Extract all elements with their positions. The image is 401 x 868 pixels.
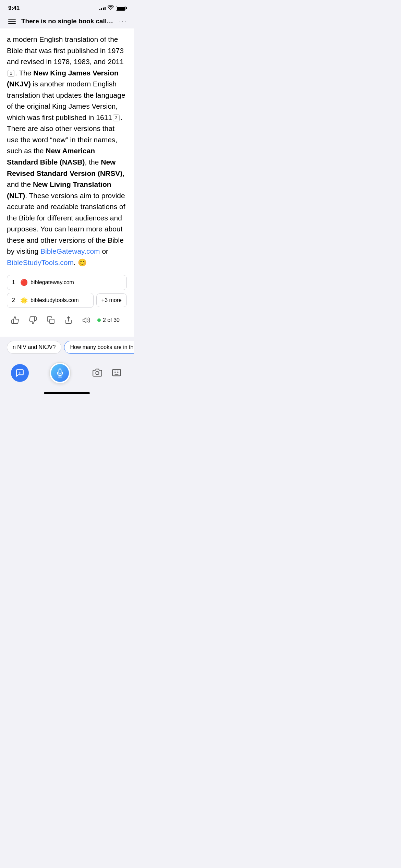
biblegateway-favicon-icon: 🔴 — [20, 279, 28, 286]
citation-2-domain: biblestudytools.com — [31, 297, 79, 303]
green-dot-icon — [97, 318, 101, 322]
status-icons — [99, 5, 125, 11]
text-segment-2: . The — [15, 69, 33, 77]
share-icon — [64, 316, 73, 324]
microphone-button[interactable] — [49, 362, 71, 384]
battery-icon — [116, 6, 125, 11]
copy-button[interactable] — [42, 313, 59, 327]
text-intro: a modern English translation of the Bibl… — [7, 35, 124, 65]
biblestudytools-favicon-icon: 🌟 — [20, 297, 28, 304]
footnote-2[interactable]: 2 — [113, 114, 120, 121]
keyboard-icon — [112, 368, 121, 377]
signal-icon — [99, 6, 106, 10]
mic-btn-inner — [51, 364, 69, 382]
header: There is no single book called t... ··· — [0, 14, 134, 28]
svg-point-7 — [96, 371, 99, 374]
chat-plus-icon — [15, 369, 24, 377]
more-options-button[interactable]: ··· — [119, 17, 127, 25]
suggestion-pill-1[interactable]: n NIV and NKJV? — [7, 341, 61, 354]
menu-button[interactable] — [7, 17, 17, 25]
footnote-1[interactable]: 1 — [8, 70, 14, 77]
microphone-icon — [56, 369, 64, 377]
response-count: 2 of 30 — [97, 317, 120, 323]
svg-rect-0 — [50, 319, 54, 324]
biblestudytools-link[interactable]: BibleStudyTools.com — [7, 258, 74, 266]
thumbs-down-icon — [29, 316, 37, 324]
citation-1[interactable]: 1 🔴 biblegateway.com — [7, 275, 127, 290]
more-citations-button[interactable]: +3 more — [96, 293, 127, 307]
text-segment-5: , the — [85, 158, 101, 166]
citation-row-2: 2 🌟 biblestudytools.com +3 more — [7, 293, 127, 308]
citation-row-1: 1 🔴 biblegateway.com — [7, 275, 127, 290]
citations-section: 1 🔴 biblegateway.com 2 🌟 biblestudytools… — [7, 275, 127, 308]
svg-marker-2 — [83, 318, 86, 323]
camera-icon — [93, 368, 102, 377]
text-segment-8: or — [100, 247, 109, 255]
speak-button[interactable] — [78, 313, 95, 327]
svg-rect-8 — [112, 370, 120, 376]
copy-icon — [47, 316, 55, 324]
citation-2[interactable]: 2 🌟 biblestudytools.com — [7, 293, 94, 308]
home-indicator — [44, 392, 90, 394]
wifi-icon — [108, 5, 114, 11]
count-text: 2 of 30 — [103, 317, 120, 323]
thumbs-down-button[interactable] — [25, 313, 41, 327]
text-segment-7: . These versions aim to provide accurate… — [7, 192, 125, 255]
citation-2-number: 2 — [12, 297, 17, 303]
suggestions-row: n NIV and NKJV? How many books are in th… — [0, 337, 134, 358]
toolbar-right — [91, 366, 123, 380]
main-paragraph: a modern English translation of the Bibl… — [7, 34, 127, 268]
citation-1-domain: biblegateway.com — [31, 279, 74, 286]
action-bar: 2 of 30 — [7, 308, 127, 330]
page-title: There is no single book called t... — [21, 17, 115, 25]
status-time: 9:41 — [8, 5, 20, 12]
text-segment-9: . 😊 — [74, 258, 87, 266]
camera-button[interactable] — [91, 366, 104, 380]
thumbs-up-button[interactable] — [7, 313, 23, 327]
biblegateway-link[interactable]: BibleGateway.com — [40, 247, 100, 255]
citation-1-number: 1 — [12, 279, 17, 286]
share-button[interactable] — [60, 313, 77, 327]
bottom-toolbar — [0, 358, 134, 389]
speak-icon — [82, 316, 90, 324]
new-chat-button[interactable] — [11, 364, 29, 382]
status-bar: 9:41 — [0, 0, 134, 14]
keyboard-button[interactable] — [110, 366, 123, 380]
thumbs-up-icon — [11, 316, 19, 324]
content-area: a modern English translation of the Bibl… — [0, 28, 134, 337]
suggestion-pill-2[interactable]: How many books are in the Bible? — [64, 341, 134, 354]
